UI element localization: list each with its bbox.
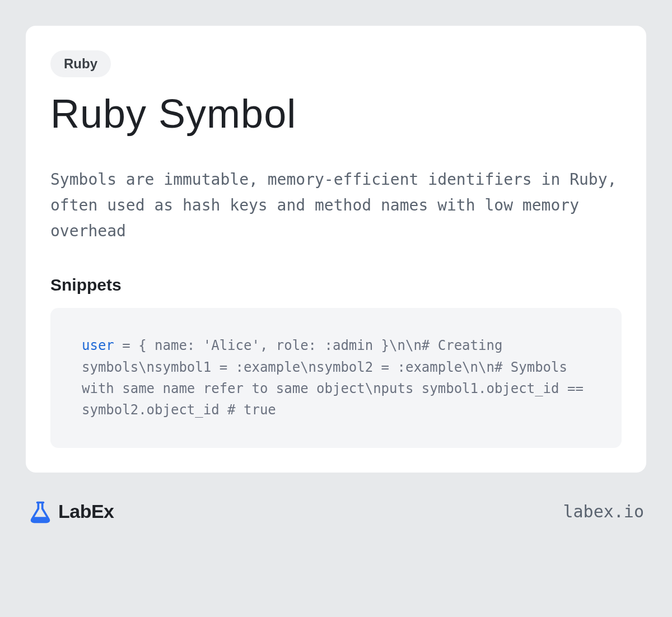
brand-url: labex.io xyxy=(563,502,645,521)
footer: LabEx labex.io xyxy=(26,499,646,524)
page-title: Ruby Symbol xyxy=(50,93,622,135)
code-snippet: user = { name: 'Alice', role: :admin }\n… xyxy=(50,308,622,448)
brand: LabEx xyxy=(28,499,114,524)
code-keyword: user xyxy=(82,338,114,353)
snippets-heading: Snippets xyxy=(50,275,622,295)
description-text: Symbols are immutable, memory-efficient … xyxy=(50,167,622,245)
code-body: = { name: 'Alice', role: :admin }\n\n# C… xyxy=(82,338,584,418)
flask-icon xyxy=(28,499,53,524)
language-tag: Ruby xyxy=(50,50,111,77)
brand-name: LabEx xyxy=(58,501,114,522)
content-card: Ruby Ruby Symbol Symbols are immutable, … xyxy=(26,26,646,473)
